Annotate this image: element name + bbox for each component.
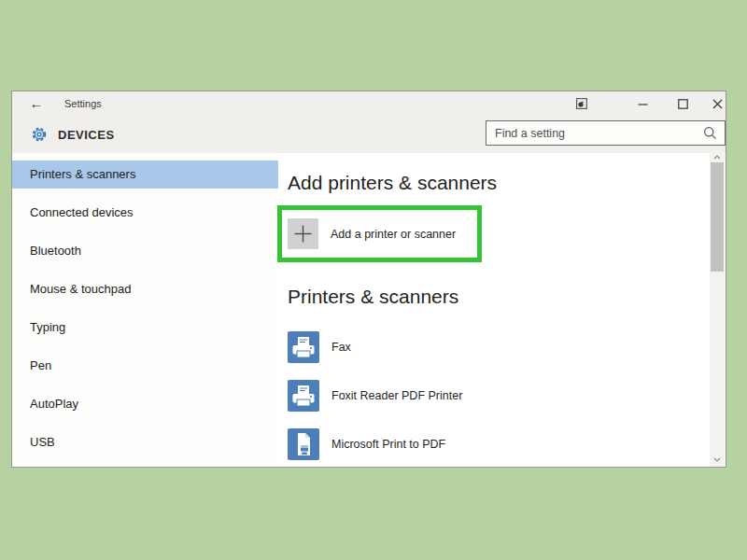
titlebar: ← Settings bbox=[12, 91, 726, 116]
screenshot-background: ← Settings bbox=[0, 0, 747, 560]
sidebar-item-bluetooth[interactable]: Bluetooth bbox=[12, 237, 278, 265]
printer-name: Microsoft Print to PDF bbox=[331, 438, 445, 451]
search-box bbox=[486, 120, 726, 146]
printer-row-fax[interactable]: Fax bbox=[288, 331, 462, 363]
printer-row-ms-print-to-pdf[interactable]: Microsoft Print to PDF bbox=[288, 428, 462, 460]
sidebar-item-typing[interactable]: Typing bbox=[12, 314, 278, 342]
gear-icon bbox=[31, 126, 48, 143]
main-content: Add printers & scanners Add a printer or… bbox=[278, 153, 710, 467]
printers-section-title: Printers & scanners bbox=[288, 286, 458, 308]
scrollbar-thumb[interactable] bbox=[711, 162, 724, 272]
back-icon[interactable]: ← bbox=[24, 92, 49, 115]
chevron-up-icon[interactable] bbox=[710, 151, 725, 162]
printer-row-foxit[interactable]: Foxit Reader PDF Printer bbox=[288, 380, 462, 412]
chevron-down-icon[interactable] bbox=[710, 454, 725, 465]
page-title: DEVICES bbox=[58, 128, 115, 142]
printer-list: Fax Foxit Reader P bbox=[288, 331, 462, 477]
window-title: Settings bbox=[64, 91, 102, 116]
annotation-highlight-box: Add a printer or scanner bbox=[277, 205, 482, 262]
plus-icon bbox=[288, 218, 318, 249]
sidebar-item-printers-scanners[interactable]: Printers & scanners bbox=[12, 161, 278, 189]
printer-name: Fax bbox=[331, 341, 351, 354]
close-icon[interactable] bbox=[702, 91, 732, 116]
window-badge-icon bbox=[576, 98, 587, 109]
add-section-title: Add printers & scanners bbox=[288, 172, 497, 194]
settings-window: ← Settings bbox=[11, 91, 726, 468]
printer-icon bbox=[288, 331, 319, 363]
document-printer-icon bbox=[288, 428, 319, 460]
add-printer-button[interactable]: Add a printer or scanner bbox=[288, 217, 475, 250]
minimize-icon[interactable] bbox=[627, 91, 657, 116]
maximize-icon[interactable] bbox=[668, 91, 698, 116]
search-input[interactable] bbox=[486, 127, 703, 140]
printer-name: Foxit Reader PDF Printer bbox=[331, 389, 462, 402]
page-header: DEVICES bbox=[31, 124, 115, 145]
window-chrome: ← Settings bbox=[12, 91, 726, 153]
magnifier-icon[interactable] bbox=[703, 126, 717, 140]
sidebar-item-mouse-touchpad[interactable]: Mouse & touchpad bbox=[12, 275, 278, 303]
printer-icon bbox=[288, 380, 319, 412]
sidebar-item-usb[interactable]: USB bbox=[12, 428, 278, 456]
sidebar-item-autoplay[interactable]: AutoPlay bbox=[12, 390, 278, 418]
vertical-scrollbar[interactable] bbox=[710, 150, 725, 466]
sidebar-item-pen[interactable]: Pen bbox=[12, 352, 278, 380]
settings-sidebar: Printers & scanners Connected devices Bl… bbox=[12, 153, 278, 467]
add-printer-button-label: Add a printer or scanner bbox=[331, 228, 456, 241]
sidebar-item-connected-devices[interactable]: Connected devices bbox=[12, 199, 278, 227]
